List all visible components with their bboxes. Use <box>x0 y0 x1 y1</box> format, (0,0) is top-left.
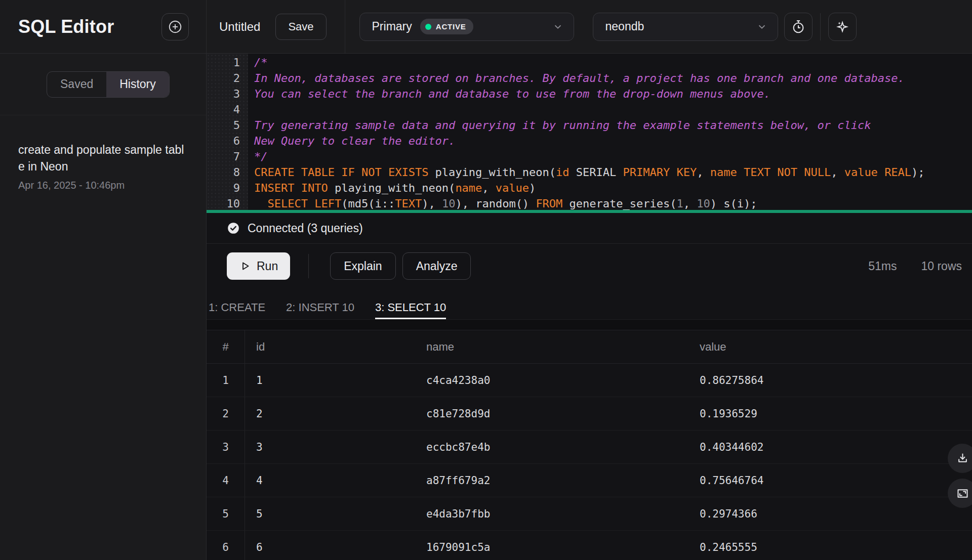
sidebar-tab-saved[interactable]: Saved <box>47 72 106 97</box>
query-row-count: 10 rows <box>921 260 962 273</box>
plus-circle-icon <box>168 19 183 34</box>
line-number: 8 <box>207 164 240 180</box>
chevron-down-icon <box>756 21 767 32</box>
table-row: 22c81e728d9d0.1936529 <box>207 397 972 430</box>
table-row: 33eccbc87e4b0.40344602 <box>207 430 972 464</box>
chevron-down-icon <box>552 21 563 32</box>
table-cell: 1 <box>207 364 245 397</box>
run-label: Run <box>257 260 278 273</box>
explain-button[interactable]: Explain <box>330 252 395 280</box>
expand-icon <box>956 487 969 500</box>
code-line[interactable]: In Neon, databases are stored on branche… <box>254 70 972 86</box>
table-cell: 2 <box>207 397 245 430</box>
saved-history-toggle: SavedHistory <box>47 71 170 98</box>
table-cell: 4 <box>245 464 415 497</box>
table-cell: 6 <box>207 531 245 560</box>
table-cell: 0.1936529 <box>688 397 972 430</box>
table-cell: c4ca4238a0 <box>415 364 688 397</box>
table-cell: 3 <box>207 430 245 463</box>
line-number: 9 <box>207 180 240 196</box>
connection-status-label: Connected (3 queries) <box>248 222 363 235</box>
table-cell: 5 <box>207 497 245 530</box>
main-panel: Untitled Save Primary ACTIVE neondb <box>207 0 972 560</box>
line-number: 2 <box>207 70 240 86</box>
database-name: neondb <box>605 20 644 33</box>
download-icon <box>956 452 969 465</box>
history-list: create and populate sample table in Neon… <box>0 115 206 191</box>
branch-status-badge: ACTIVE <box>420 19 473 34</box>
topbar-divider <box>820 13 821 40</box>
query-title: Untitled <box>219 20 260 34</box>
table-row: 55e4da3b7fbb0.2974366 <box>207 497 972 531</box>
database-select[interactable]: neondb <box>593 13 778 41</box>
check-circle-icon <box>227 222 240 235</box>
run-button[interactable]: Run <box>227 252 290 280</box>
table-cell: 4 <box>207 464 245 497</box>
table-row: 11c4ca4238a00.86275864 <box>207 364 972 397</box>
code-line[interactable]: SELECT LEFT(md5(i::TEXT), 10), random() … <box>254 196 972 210</box>
selects-group: Primary ACTIVE neondb <box>345 0 857 53</box>
save-button[interactable]: Save <box>275 14 326 40</box>
table-cell: 0.2465555 <box>688 531 972 560</box>
sidebar: SQL Editor SavedHistory create and popul… <box>0 0 207 560</box>
history-item[interactable]: create and populate sample table in Neon… <box>18 142 188 191</box>
sidebar-tabs: SavedHistory <box>0 54 206 115</box>
sidebar-tab-history[interactable]: History <box>106 72 169 97</box>
column-header-row-number: # <box>207 330 245 363</box>
code-line[interactable]: INSERT INTO playing_with_neon(name, valu… <box>254 180 972 196</box>
column-header-name: name <box>415 330 688 363</box>
query-history-button[interactable] <box>784 13 813 41</box>
code-line[interactable]: You can select the branch and database t… <box>254 86 972 102</box>
page-title: SQL Editor <box>18 16 114 37</box>
query-duration: 51ms <box>868 260 897 273</box>
new-query-button[interactable] <box>161 13 189 40</box>
table-cell: 0.75646764 <box>688 464 972 497</box>
line-number: 4 <box>207 102 240 117</box>
sparkles-icon <box>835 19 850 34</box>
table-cell: 1 <box>245 364 415 397</box>
sql-editor[interactable]: 12345678910 /*In Neon, databases are sto… <box>207 54 972 210</box>
result-tab-1[interactable]: 1: CREATE <box>209 288 265 319</box>
query-group: Untitled Save <box>207 0 345 53</box>
line-number: 5 <box>207 117 240 133</box>
history-item-title: create and populate sample table in Neon <box>18 142 188 175</box>
editor-code[interactable]: /*In Neon, databases are stored on branc… <box>248 54 972 210</box>
table-cell: 0.2974366 <box>688 497 972 530</box>
sidebar-header: SQL Editor <box>0 0 206 54</box>
line-number: 7 <box>207 149 240 164</box>
ai-assist-button[interactable] <box>828 13 857 41</box>
table-cell: 0.40344602 <box>688 430 972 463</box>
column-header-id: id <box>245 330 415 363</box>
topbar: Untitled Save Primary ACTIVE neondb <box>207 0 972 54</box>
result-tab-3[interactable]: 3: SELECT 10 <box>375 288 446 319</box>
column-header-value: value <box>688 330 972 363</box>
stopwatch-icon <box>791 19 806 34</box>
line-number: 1 <box>207 55 240 70</box>
branch-name: Primary <box>372 20 412 33</box>
line-number: 10 <box>207 196 240 210</box>
code-line[interactable]: CREATE TABLE IF NOT EXISTS playing_with_… <box>254 164 972 180</box>
table-cell: 0.86275864 <box>688 364 972 397</box>
table-cell: 1679091c5a <box>415 531 688 560</box>
line-number: 6 <box>207 133 240 149</box>
actions-row: Run Explain Analyze 51ms 10 rows <box>207 244 972 288</box>
result-tab-2[interactable]: 2: INSERT 10 <box>286 288 354 319</box>
active-status-dot <box>425 24 431 30</box>
table-cell: e4da3b7fbb <box>415 497 688 530</box>
code-line[interactable]: New Query to clear the editor. <box>254 133 972 149</box>
table-row: 44a87ff679a20.75646764 <box>207 464 972 497</box>
line-number: 3 <box>207 86 240 102</box>
connection-status-row: Connected (3 queries) <box>207 213 972 244</box>
history-item-timestamp: Apr 16, 2025 - 10:46pm <box>18 180 188 191</box>
code-line[interactable]: */ <box>254 149 972 164</box>
code-line[interactable]: /* <box>254 55 972 70</box>
branch-select[interactable]: Primary ACTIVE <box>359 13 574 41</box>
table-cell: 2 <box>245 397 415 430</box>
code-line[interactable]: Try generating sample data and querying … <box>254 117 972 133</box>
sql-editor-app: SQL Editor SavedHistory create and popul… <box>0 0 972 560</box>
table-row: 661679091c5a0.2465555 <box>207 531 972 560</box>
table-cell: c81e728d9d <box>415 397 688 430</box>
analyze-button[interactable]: Analyze <box>402 252 471 280</box>
code-line[interactable] <box>254 102 972 117</box>
table-header-row: #idnamevalue <box>207 330 972 364</box>
